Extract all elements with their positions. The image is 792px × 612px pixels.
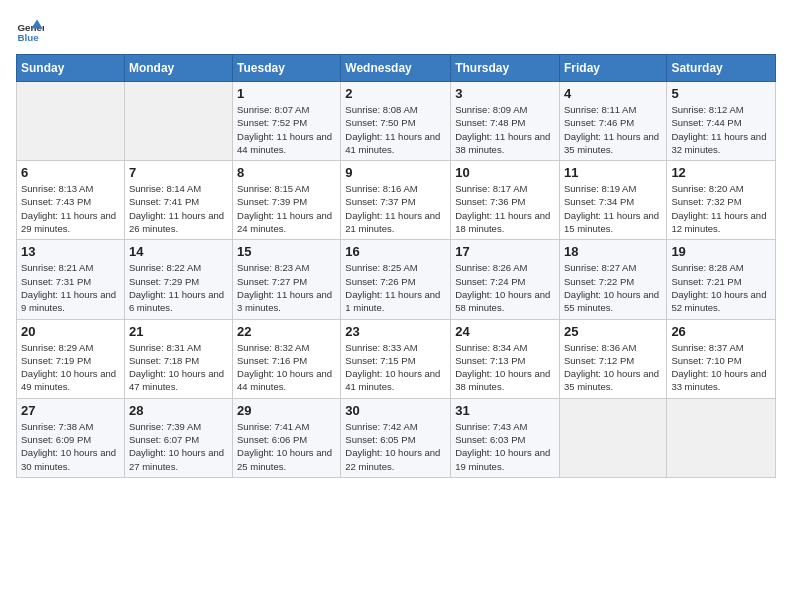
calendar-cell: 11Sunrise: 8:19 AM Sunset: 7:34 PM Dayli… (559, 161, 666, 240)
day-number: 7 (129, 165, 228, 180)
day-info: Sunrise: 8:29 AM Sunset: 7:19 PM Dayligh… (21, 341, 120, 394)
calendar-cell: 25Sunrise: 8:36 AM Sunset: 7:12 PM Dayli… (559, 319, 666, 398)
calendar-week-3: 13Sunrise: 8:21 AM Sunset: 7:31 PM Dayli… (17, 240, 776, 319)
day-info: Sunrise: 7:43 AM Sunset: 6:03 PM Dayligh… (455, 420, 555, 473)
day-number: 1 (237, 86, 336, 101)
header-day-saturday: Saturday (667, 55, 776, 82)
day-info: Sunrise: 8:12 AM Sunset: 7:44 PM Dayligh… (671, 103, 771, 156)
calendar-week-5: 27Sunrise: 7:38 AM Sunset: 6:09 PM Dayli… (17, 398, 776, 477)
day-number: 29 (237, 403, 336, 418)
day-number: 2 (345, 86, 446, 101)
calendar-week-1: 1Sunrise: 8:07 AM Sunset: 7:52 PM Daylig… (17, 82, 776, 161)
day-info: Sunrise: 8:08 AM Sunset: 7:50 PM Dayligh… (345, 103, 446, 156)
day-info: Sunrise: 8:27 AM Sunset: 7:22 PM Dayligh… (564, 261, 662, 314)
calendar-cell: 13Sunrise: 8:21 AM Sunset: 7:31 PM Dayli… (17, 240, 125, 319)
day-number: 22 (237, 324, 336, 339)
calendar-cell: 27Sunrise: 7:38 AM Sunset: 6:09 PM Dayli… (17, 398, 125, 477)
day-info: Sunrise: 8:26 AM Sunset: 7:24 PM Dayligh… (455, 261, 555, 314)
header-day-friday: Friday (559, 55, 666, 82)
day-info: Sunrise: 7:39 AM Sunset: 6:07 PM Dayligh… (129, 420, 228, 473)
day-info: Sunrise: 8:16 AM Sunset: 7:37 PM Dayligh… (345, 182, 446, 235)
calendar-cell: 8Sunrise: 8:15 AM Sunset: 7:39 PM Daylig… (233, 161, 341, 240)
day-number: 14 (129, 244, 228, 259)
calendar-cell: 26Sunrise: 8:37 AM Sunset: 7:10 PM Dayli… (667, 319, 776, 398)
day-info: Sunrise: 8:34 AM Sunset: 7:13 PM Dayligh… (455, 341, 555, 394)
day-number: 24 (455, 324, 555, 339)
day-info: Sunrise: 8:20 AM Sunset: 7:32 PM Dayligh… (671, 182, 771, 235)
day-info: Sunrise: 7:38 AM Sunset: 6:09 PM Dayligh… (21, 420, 120, 473)
day-info: Sunrise: 8:23 AM Sunset: 7:27 PM Dayligh… (237, 261, 336, 314)
svg-text:Blue: Blue (17, 32, 39, 43)
day-number: 6 (21, 165, 120, 180)
calendar-cell: 21Sunrise: 8:31 AM Sunset: 7:18 PM Dayli… (124, 319, 232, 398)
day-info: Sunrise: 8:32 AM Sunset: 7:16 PM Dayligh… (237, 341, 336, 394)
calendar-cell: 3Sunrise: 8:09 AM Sunset: 7:48 PM Daylig… (451, 82, 560, 161)
calendar-header-row: SundayMondayTuesdayWednesdayThursdayFrid… (17, 55, 776, 82)
calendar-cell: 7Sunrise: 8:14 AM Sunset: 7:41 PM Daylig… (124, 161, 232, 240)
day-number: 12 (671, 165, 771, 180)
day-info: Sunrise: 8:25 AM Sunset: 7:26 PM Dayligh… (345, 261, 446, 314)
calendar-cell: 12Sunrise: 8:20 AM Sunset: 7:32 PM Dayli… (667, 161, 776, 240)
day-number: 26 (671, 324, 771, 339)
day-info: Sunrise: 8:31 AM Sunset: 7:18 PM Dayligh… (129, 341, 228, 394)
calendar-cell (17, 82, 125, 161)
day-info: Sunrise: 8:07 AM Sunset: 7:52 PM Dayligh… (237, 103, 336, 156)
day-number: 15 (237, 244, 336, 259)
day-info: Sunrise: 8:28 AM Sunset: 7:21 PM Dayligh… (671, 261, 771, 314)
header-day-tuesday: Tuesday (233, 55, 341, 82)
day-number: 20 (21, 324, 120, 339)
calendar-cell: 15Sunrise: 8:23 AM Sunset: 7:27 PM Dayli… (233, 240, 341, 319)
day-number: 16 (345, 244, 446, 259)
day-info: Sunrise: 8:22 AM Sunset: 7:29 PM Dayligh… (129, 261, 228, 314)
day-number: 3 (455, 86, 555, 101)
header-day-thursday: Thursday (451, 55, 560, 82)
calendar-cell: 17Sunrise: 8:26 AM Sunset: 7:24 PM Dayli… (451, 240, 560, 319)
day-info: Sunrise: 8:17 AM Sunset: 7:36 PM Dayligh… (455, 182, 555, 235)
calendar-cell: 10Sunrise: 8:17 AM Sunset: 7:36 PM Dayli… (451, 161, 560, 240)
day-number: 19 (671, 244, 771, 259)
day-info: Sunrise: 7:41 AM Sunset: 6:06 PM Dayligh… (237, 420, 336, 473)
day-number: 13 (21, 244, 120, 259)
calendar-cell: 22Sunrise: 8:32 AM Sunset: 7:16 PM Dayli… (233, 319, 341, 398)
day-number: 27 (21, 403, 120, 418)
day-number: 9 (345, 165, 446, 180)
day-number: 5 (671, 86, 771, 101)
day-info: Sunrise: 8:19 AM Sunset: 7:34 PM Dayligh… (564, 182, 662, 235)
calendar-cell: 29Sunrise: 7:41 AM Sunset: 6:06 PM Dayli… (233, 398, 341, 477)
logo: General Blue (16, 16, 48, 44)
calendar-week-2: 6Sunrise: 8:13 AM Sunset: 7:43 PM Daylig… (17, 161, 776, 240)
day-info: Sunrise: 8:09 AM Sunset: 7:48 PM Dayligh… (455, 103, 555, 156)
day-info: Sunrise: 8:13 AM Sunset: 7:43 PM Dayligh… (21, 182, 120, 235)
calendar-cell: 4Sunrise: 8:11 AM Sunset: 7:46 PM Daylig… (559, 82, 666, 161)
day-number: 10 (455, 165, 555, 180)
calendar-table: SundayMondayTuesdayWednesdayThursdayFrid… (16, 54, 776, 478)
calendar-cell: 20Sunrise: 8:29 AM Sunset: 7:19 PM Dayli… (17, 319, 125, 398)
day-number: 28 (129, 403, 228, 418)
day-number: 17 (455, 244, 555, 259)
calendar-cell (559, 398, 666, 477)
header-day-wednesday: Wednesday (341, 55, 451, 82)
day-info: Sunrise: 8:33 AM Sunset: 7:15 PM Dayligh… (345, 341, 446, 394)
day-number: 30 (345, 403, 446, 418)
header: General Blue (16, 16, 776, 44)
calendar-cell: 6Sunrise: 8:13 AM Sunset: 7:43 PM Daylig… (17, 161, 125, 240)
calendar-cell: 5Sunrise: 8:12 AM Sunset: 7:44 PM Daylig… (667, 82, 776, 161)
day-number: 11 (564, 165, 662, 180)
calendar-cell: 2Sunrise: 8:08 AM Sunset: 7:50 PM Daylig… (341, 82, 451, 161)
calendar-cell (667, 398, 776, 477)
calendar-cell: 14Sunrise: 8:22 AM Sunset: 7:29 PM Dayli… (124, 240, 232, 319)
calendar-cell: 31Sunrise: 7:43 AM Sunset: 6:03 PM Dayli… (451, 398, 560, 477)
calendar-week-4: 20Sunrise: 8:29 AM Sunset: 7:19 PM Dayli… (17, 319, 776, 398)
calendar-cell (124, 82, 232, 161)
day-number: 23 (345, 324, 446, 339)
day-number: 4 (564, 86, 662, 101)
day-number: 18 (564, 244, 662, 259)
calendar-cell: 1Sunrise: 8:07 AM Sunset: 7:52 PM Daylig… (233, 82, 341, 161)
day-number: 21 (129, 324, 228, 339)
day-number: 25 (564, 324, 662, 339)
calendar-cell: 30Sunrise: 7:42 AM Sunset: 6:05 PM Dayli… (341, 398, 451, 477)
calendar-cell: 28Sunrise: 7:39 AM Sunset: 6:07 PM Dayli… (124, 398, 232, 477)
day-info: Sunrise: 8:21 AM Sunset: 7:31 PM Dayligh… (21, 261, 120, 314)
calendar-cell: 16Sunrise: 8:25 AM Sunset: 7:26 PM Dayli… (341, 240, 451, 319)
calendar-body: 1Sunrise: 8:07 AM Sunset: 7:52 PM Daylig… (17, 82, 776, 478)
